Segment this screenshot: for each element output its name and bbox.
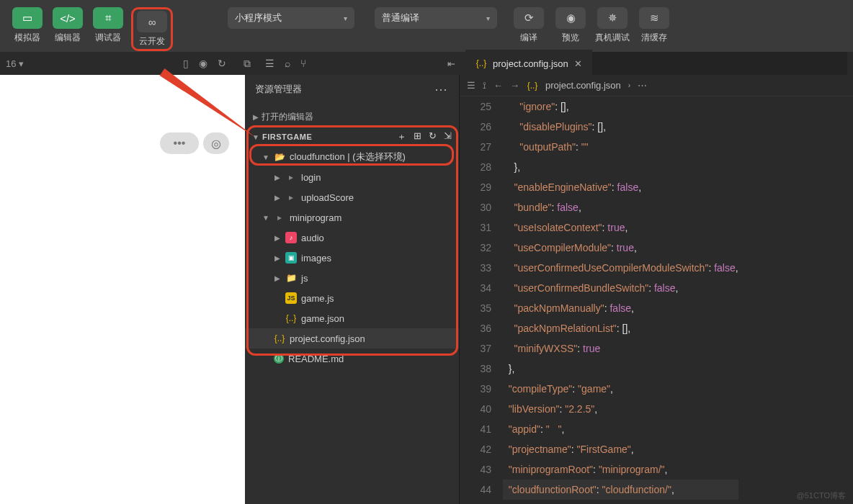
twisty-icon: ▶ [274,234,281,242]
file-icon: 📂 [274,151,285,163]
file-name: login [301,172,321,183]
cloud-icon: ∞ [137,11,167,32]
device-icon: ▭ [12,7,43,29]
editor-button[interactable]: </> 编辑器 [50,7,85,44]
file-name: uploadScore [301,192,354,203]
tree-node[interactable]: ▶▸login [245,167,459,187]
open-editors-section[interactable]: ▶ 打开的编辑器 [245,107,459,127]
mode-select[interactable]: 小程序模式▾ [228,7,354,29]
file-icon: {..} [285,312,297,324]
file-name: README.md [288,354,344,364]
debugger-button[interactable]: ⌗ 调试器 [91,7,125,44]
editor-pane: ☰ ⟟ ← → {..} project.config.json › ⋯ 252… [460,75,853,504]
zoom-select[interactable]: 16 ▾ [6,58,24,69]
forward-icon[interactable]: → [510,80,519,91]
twisty-icon: ▶ [274,254,281,262]
tree-node[interactable]: ▼▸miniprogram [245,207,459,228]
twisty-icon: ▶ [274,174,281,181]
line-gutter: 2526272829303132333435363738394041424344 [460,96,499,504]
real-debug-button[interactable]: ✵真机调试 [595,7,630,44]
file-icon: JS [285,292,297,304]
list-icon[interactable]: ☰ [265,58,274,69]
file-icon: ♪ [285,232,297,243]
new-file-icon[interactable]: ＋ [397,130,406,143]
editor-tab[interactable]: {..} project.config.json ✕ [465,50,592,77]
tree-node[interactable]: ▶♪audio [245,228,459,248]
tree-node[interactable]: ▼📂cloudfunction | (未选择环境) [245,147,459,167]
simulator-pane: ••• ◎ [0,75,245,504]
tree-node[interactable]: ▶📁js [245,268,459,288]
capsule-close[interactable]: ◎ [203,132,229,154]
debug-icon: ✵ [597,7,628,29]
project-section[interactable]: ▼ FIRSTGAME ＋ ⊞ ↻ ⇲ [245,127,459,147]
file-name: audio [301,233,324,243]
collapse-all-icon[interactable]: ⇲ [444,130,452,143]
simulator-button[interactable]: ▭ 模拟器 [10,7,45,44]
tree-node[interactable]: {..}project.config.json [245,328,459,348]
file-icon: 📁 [285,272,297,284]
file-name: images [301,253,331,264]
twisty-icon: ▼ [262,153,269,161]
file-name: miniprogram [290,212,341,223]
preview-button[interactable]: ◉预览 [553,7,588,44]
explorer-pane: 资源管理器 ⋯ ▶ 打开的编辑器 ▼ FIRSTGAME ＋ ⊞ ↻ ⇲ [245,75,460,504]
file-icon: {..} [274,333,285,344]
more-icon[interactable]: ⋯ [638,80,647,91]
twisty-icon: ▶ [274,274,281,282]
file-tree: ▶ 打开的编辑器 ▼ FIRSTGAME ＋ ⊞ ↻ ⇲ ▼📂cloudfunc… [245,104,459,372]
clear-cache-button[interactable]: ≋清缓存 [637,7,671,44]
annotation-arrow [160,68,259,142]
json-icon: {..} [475,58,487,69]
branch-icon[interactable]: ⑂ [300,58,306,69]
refresh-icon: ⟳ [514,7,544,29]
tree-node[interactable]: ▶▣images [245,248,459,268]
twisty-icon: ▼ [262,214,269,222]
file-name: js [301,273,308,284]
bookmark-icon[interactable]: ⟟ [483,80,486,91]
compile-button[interactable]: ⟳编译 [512,7,546,44]
list-icon[interactable]: ☰ [467,80,475,91]
file-icon: ⓘ [274,354,284,364]
refresh-icon[interactable]: ↻ [429,130,437,143]
search-icon[interactable]: ⌕ [285,58,290,69]
code-lines: "ignore": [], "disablePlugins": [], "out… [499,96,738,504]
tab-label: project.config.json [493,58,568,69]
close-icon[interactable]: ✕ [574,58,582,69]
chevron-down-icon: ▼ [252,133,259,141]
toolbar: ▭ 模拟器 </> 编辑器 ⌗ 调试器 ∞ 云开发 小程序模式▾ 普通编译▾ ⟳… [0,0,853,52]
compile-mode-select[interactable]: 普通编译▾ [375,7,497,29]
capsule-menu[interactable]: ••• [160,132,199,154]
collapse-icon[interactable]: ⇤ [447,58,455,69]
breadcrumb-bar: ☰ ⟟ ← → {..} project.config.json › ⋯ [460,75,853,96]
record-icon[interactable]: ◉ [199,58,207,70]
file-icon: ▸ [285,192,297,203]
more-icon[interactable]: ⋯ [434,81,449,97]
tree-node[interactable]: JSgame.js [245,288,459,308]
highlight-box: ∞ 云开发 [131,7,173,51]
code-editor[interactable]: 2526272829303132333435363738394041424344… [460,96,853,504]
breadcrumb[interactable]: project.config.json [545,80,621,91]
json-icon: {..} [527,80,538,91]
rotate-icon[interactable]: ↻ [218,58,226,70]
sub-toolbar: 16 ▾ ▯ ◉ ↻ ⧉ ☰ ⌕ ⑂ ⇤ {..} project.config… [0,52,853,75]
explorer-title: 资源管理器 [255,83,302,96]
tree-node[interactable]: {..}game.json [245,308,459,328]
cloud-button[interactable]: ∞ 云开发 [135,11,169,48]
tree-node[interactable]: ⓘREADME.md [245,348,459,369]
file-name: game.json [301,313,344,324]
main-area: ••• ◎ 资源管理器 ⋯ ▶ 打开的编辑器 ▼ FIRSTGAME ＋ ⊞ [0,75,853,504]
eye-icon: ◉ [555,7,586,29]
new-folder-icon[interactable]: ⊞ [414,130,421,143]
layers-icon: ≋ [639,7,669,29]
file-name: game.js [301,293,334,304]
chevron-right-icon: ▶ [252,113,259,121]
file-icon: ▣ [285,252,297,264]
chevron-down-icon: ▾ [486,14,490,22]
device-icon[interactable]: ▯ [183,58,189,70]
tree-node[interactable]: ▶▸uploadScore [245,187,459,207]
back-icon[interactable]: ← [494,80,503,91]
file-icon: ▸ [274,212,285,223]
window-icon[interactable]: ⧉ [244,58,251,70]
file-name: project.config.json [290,333,365,344]
code-icon: </> [53,7,83,29]
